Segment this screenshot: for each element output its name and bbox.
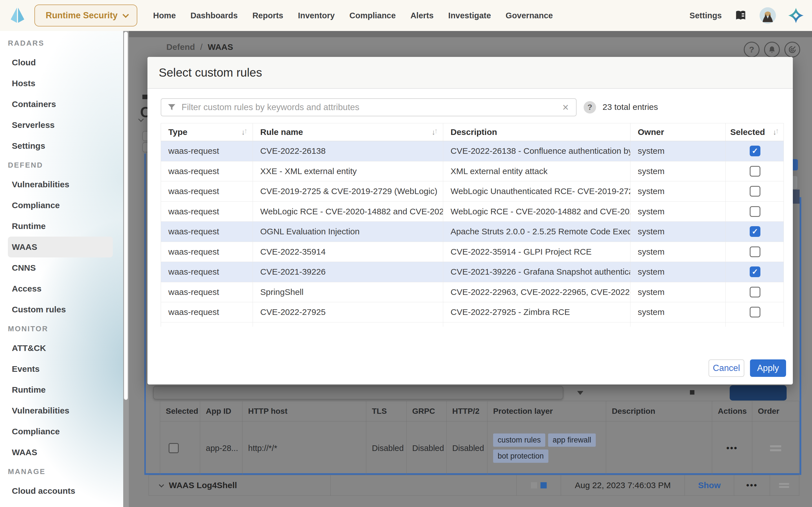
sidebar-item-vulnerabilities[interactable]: Vulnerabilities (0, 174, 123, 195)
app-logo-icon[interactable] (8, 6, 27, 24)
sidebar-item-serverless[interactable]: Serverless (0, 115, 123, 135)
sidebar-item-runtime-monitor[interactable]: Runtime (0, 379, 123, 400)
status-cell (516, 475, 561, 496)
actions-cell: ••• (734, 475, 770, 496)
status-square-blue (541, 482, 547, 489)
modal-footer: Cancel Apply (147, 357, 793, 385)
nav-home[interactable]: Home (153, 11, 176, 20)
column-header-type[interactable]: Type ↓↑ (161, 123, 253, 141)
apply-button[interactable]: Apply (750, 359, 786, 377)
row-checkbox-unchecked[interactable] (750, 246, 760, 257)
rule-row[interactable]: waas-request XXE - XML external entity X… (161, 161, 783, 182)
occluded-secondary-button (792, 176, 797, 189)
nav-investigate[interactable]: Investigate (448, 11, 491, 20)
sidebar: RADARS Cloud Hosts Containers Serverless… (0, 31, 129, 507)
sidebar-item-compliance-monitor[interactable]: Compliance (0, 421, 123, 442)
sidebar-item-waas-active[interactable]: WAAS (8, 237, 113, 258)
row-checkbox (168, 443, 179, 453)
modal-filter-row: × ? 23 total entries (147, 89, 793, 117)
row-checkbox-unchecked[interactable] (750, 206, 760, 217)
row-checkbox-unchecked[interactable] (750, 166, 760, 177)
prisma-cloud-logo-icon[interactable] (788, 8, 804, 23)
chip: app firewall (548, 434, 596, 447)
sort-icon: ↓↑ (241, 128, 248, 136)
column-header: Actions (712, 401, 752, 421)
nav-alerts[interactable]: Alerts (410, 11, 434, 20)
occluded-panel-edge (792, 189, 800, 204)
rule-row[interactable]: waas-request SpringShell CVE-2022-22963,… (161, 282, 783, 302)
rule-row[interactable]: waas-request CVE-2022-27925 CVE-2022-279… (161, 302, 783, 323)
rule-row-partial[interactable] (161, 323, 783, 327)
modal-header: Select custom rules (147, 57, 793, 89)
clear-filter-icon[interactable]: × (561, 102, 570, 113)
docs-book-icon[interactable] (734, 9, 747, 22)
sidebar-item-cloud-accounts[interactable]: Cloud accounts (0, 481, 123, 501)
sidebar-header-monitor: MONITOR (0, 320, 123, 338)
rule-row[interactable]: waas-request CVE-2022-26138 CVE-2022-261… (161, 141, 783, 161)
nav-inventory[interactable]: Inventory (298, 11, 335, 20)
protection-layer-chips: custom rules app firewall bot protection (493, 431, 606, 465)
rule-row[interactable]: waas-request CVE-2019-2725 & CVE-2019-27… (161, 181, 783, 202)
product-switcher[interactable]: Runtime Security (35, 4, 137, 26)
nav-reports[interactable]: Reports (252, 11, 283, 20)
sidebar-item-custom-rules[interactable]: Custom rules (0, 299, 123, 320)
chevron-down-icon (159, 482, 164, 487)
nav-compliance[interactable]: Compliance (349, 11, 396, 20)
cancel-button[interactable]: Cancel (709, 359, 744, 377)
nav-settings[interactable]: Settings (690, 11, 722, 20)
rule-row[interactable]: waas-request WebLogic RCE - CVE-2020-148… (161, 202, 783, 222)
sidebar-item-compliance[interactable]: Compliance (0, 195, 123, 216)
column-header: HTTP/2 (447, 401, 488, 421)
filter-input-box[interactable]: × (161, 98, 576, 116)
sidebar-item-cloud[interactable]: Cloud (0, 52, 123, 73)
row-checkbox-checked[interactable] (750, 226, 760, 237)
help-badge-icon[interactable]: ? (583, 101, 596, 114)
table-row-cell (160, 421, 200, 475)
chip: bot protection (493, 450, 548, 463)
column-header: App ID (200, 401, 243, 421)
rule-row[interactable]: waas-request CVE-2021-39226 CVE-2021-392… (161, 262, 783, 282)
main-nav: Home Dashboards Reports Inventory Compli… (153, 11, 553, 20)
column-header: Description (606, 401, 712, 421)
sidebar-item-runtime[interactable]: Runtime (0, 216, 123, 237)
timestamp-cell: Aug 22, 2023 7:46:03 PM (561, 475, 685, 496)
column-header-selected[interactable]: Selected ↓↑ (726, 123, 784, 141)
sidebar-header-radars: RADARS (0, 34, 123, 52)
table-row-cell (606, 421, 712, 475)
row-checkbox-unchecked[interactable] (750, 186, 760, 196)
rule-row[interactable]: waas-request CVE-2022-35914 CVE-2022-359… (161, 242, 783, 262)
sidebar-item-hosts[interactable]: Hosts (0, 73, 123, 94)
app-definition-table: Selected App ID HTTP host TLS GRPC HTTP/… (160, 401, 799, 475)
row-actions-ellipsis-icon: ••• (746, 481, 758, 490)
row-checkbox-checked[interactable] (750, 146, 760, 156)
row-checkbox-unchecked[interactable] (750, 307, 760, 318)
sidebar-item-waas-monitor[interactable]: WAAS (0, 442, 123, 463)
sidebar-item-settings[interactable]: Settings (0, 135, 123, 156)
help-icon: ? (744, 42, 760, 57)
nav-dashboards[interactable]: Dashboards (191, 11, 238, 20)
sidebar-scrollbar-thumb[interactable] (124, 32, 128, 400)
column-header-description[interactable]: Description (443, 123, 630, 141)
sidebar-item-attck[interactable]: ATT&CK (0, 338, 123, 358)
rule-row[interactable]: waas-request OGNL Evaluation Injection A… (161, 222, 783, 242)
occluded-primary-button (792, 159, 798, 170)
custom-rules-table: Type ↓↑ Rule name ↓↑ Description Owner S… (161, 123, 784, 327)
product-switcher-label: Runtime Security (46, 10, 117, 20)
row-checkbox-unchecked[interactable] (750, 287, 760, 297)
column-header: Order (752, 401, 799, 421)
sidebar-item-events[interactable]: Events (0, 358, 123, 379)
occluded-square-glyph (690, 390, 695, 395)
avatar[interactable] (760, 7, 776, 24)
nav-governance[interactable]: Governance (506, 11, 553, 20)
row-checkbox-checked[interactable] (750, 267, 760, 277)
column-header-rule-name[interactable]: Rule name ↓↑ (253, 123, 443, 141)
chevron-down-icon (122, 11, 129, 18)
sidebar-item-vulnerabilities-monitor[interactable]: Vulnerabilities (0, 400, 123, 421)
filter-input[interactable] (182, 102, 561, 112)
page-toolbar-strip (129, 31, 812, 37)
sidebar-item-access[interactable]: Access (0, 278, 123, 299)
sidebar-header-manage: MANAGE (0, 463, 123, 481)
sidebar-item-cnns[interactable]: CNNS (0, 258, 123, 278)
sidebar-item-containers[interactable]: Containers (0, 94, 123, 115)
column-header-owner[interactable]: Owner (630, 123, 726, 141)
